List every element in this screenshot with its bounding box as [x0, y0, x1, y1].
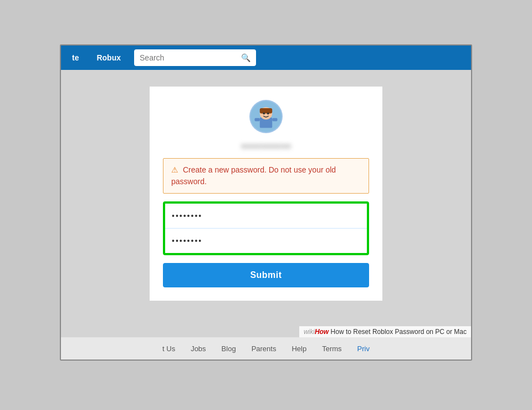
search-input[interactable] — [140, 53, 238, 62]
footer-link-terms[interactable]: Terms — [322, 345, 341, 353]
submit-button[interactable]: Submit — [163, 263, 369, 287]
svg-rect-3 — [260, 108, 272, 113]
footer-link-tus[interactable]: t Us — [162, 345, 175, 353]
nav-tab-robux[interactable]: Robux — [92, 50, 125, 65]
footer-link-blog[interactable]: Blog — [222, 345, 236, 353]
blurred-username: ●●●●●●●●●● — [241, 141, 291, 150]
footer-link-privacy[interactable]: Priv — [357, 345, 370, 353]
wikihow-prefix: wiki — [304, 328, 315, 336]
svg-point-5 — [267, 113, 269, 115]
warning-icon: ⚠ — [171, 165, 178, 174]
footer-link-jobs[interactable]: Jobs — [191, 345, 206, 353]
footer: t Us Jobs Blog Parents Help Terms Priv — [61, 337, 471, 360]
nav-bar: te Robux 🔍 — [61, 45, 471, 70]
new-password-input[interactable] — [165, 204, 367, 229]
footer-link-help[interactable]: Help — [291, 345, 306, 353]
search-icon: 🔍 — [241, 53, 250, 62]
avatar — [249, 100, 283, 133]
wikihow-bar: wikiHow How to Reset Roblox Password on … — [299, 326, 471, 337]
footer-link-parents[interactable]: Parents — [252, 345, 277, 353]
nav-tab-te[interactable]: te — [68, 50, 83, 65]
screenshot-frame: te Robux 🔍 — [60, 44, 472, 361]
main-content: ●●●●●●●●●● ⚠ Create a new password. Do n… — [61, 70, 471, 312]
svg-rect-6 — [254, 118, 259, 122]
warning-box: ⚠ Create a new password. Do not use your… — [163, 158, 369, 194]
wikihow-text: How to Reset Roblox Password on PC or Ma… — [331, 328, 467, 336]
search-container[interactable]: 🔍 — [134, 49, 256, 66]
svg-point-4 — [263, 113, 265, 115]
confirm-password-input[interactable] — [165, 229, 367, 253]
password-fields-wrapper — [163, 201, 369, 255]
wikihow-how: How — [315, 328, 329, 336]
password-reset-card: ●●●●●●●●●● ⚠ Create a new password. Do n… — [150, 87, 382, 301]
svg-rect-7 — [272, 118, 277, 122]
